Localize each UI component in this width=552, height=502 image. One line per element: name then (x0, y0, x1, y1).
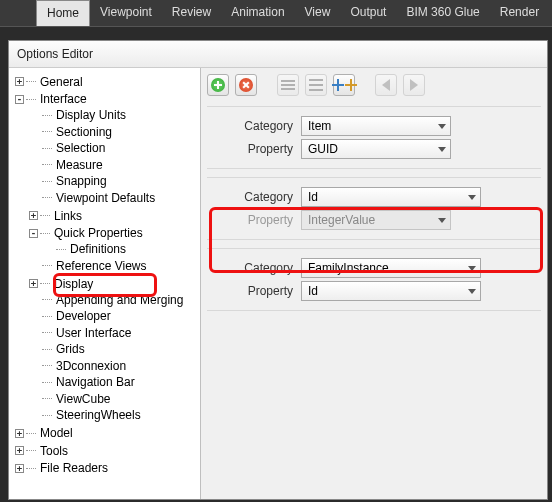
ribbon-tab-bim360[interactable]: BIM 360 Glue (396, 0, 489, 26)
property-label: Property (213, 284, 301, 298)
ribbon-tab-render[interactable]: Render (490, 0, 549, 26)
category-label: Category (213, 119, 301, 133)
tree-node-interface[interactable]: -Interface (15, 91, 87, 107)
next-button[interactable] (403, 74, 425, 96)
category-combo[interactable]: Id (301, 187, 481, 207)
property-label: Property (213, 213, 301, 227)
chevron-down-icon (438, 147, 446, 152)
ribbon-strip (0, 26, 552, 40)
options-tree[interactable]: +General -Interface Display Units Sectio… (9, 68, 201, 499)
category-combo[interactable]: FamilyInstance (301, 258, 481, 278)
tree-node-selection[interactable]: Selection (29, 140, 105, 156)
definitions-toolbar (207, 74, 541, 96)
arrow-left-icon (382, 79, 390, 91)
tree-node-file-readers[interactable]: +File Readers (15, 460, 108, 476)
move-bottom-button[interactable] (305, 74, 327, 96)
tree-node-display-units[interactable]: Display Units (29, 107, 126, 123)
ribbon-tab-animation[interactable]: Animation (221, 0, 294, 26)
category-label: Category (213, 190, 301, 204)
tree-node-general[interactable]: +General (15, 74, 83, 90)
tree-node-developer[interactable]: Developer (29, 308, 111, 324)
property-combo: IntegerValue (301, 210, 451, 230)
editor-body: +General -Interface Display Units Sectio… (9, 68, 547, 499)
tree-node-user-interface[interactable]: User Interface (29, 325, 131, 341)
tree-node-display[interactable]: +Display (29, 276, 93, 292)
prev-button[interactable] (375, 74, 397, 96)
tree-node-model[interactable]: +Model (15, 425, 73, 441)
tree-node-measure[interactable]: Measure (29, 157, 103, 173)
tree-node-links[interactable]: +Links (29, 208, 82, 224)
expand-button[interactable] (333, 74, 355, 96)
bars-icon (281, 80, 295, 90)
expand-icon (332, 79, 357, 91)
ribbon-tabs: Home Viewpoint Review Animation View Out… (0, 0, 552, 26)
delete-button[interactable] (235, 74, 257, 96)
add-button[interactable] (207, 74, 229, 96)
tree-node-grids[interactable]: Grids (29, 341, 85, 357)
tree-node-appending[interactable]: Appending and Merging (29, 292, 183, 308)
chevron-down-icon (438, 218, 446, 223)
tree-node-tools[interactable]: +Tools (15, 443, 68, 459)
tree-node-3dconnexion[interactable]: 3Dconnexion (29, 358, 126, 374)
ribbon-tab-view[interactable]: View (295, 0, 341, 26)
definition-group: Category Id Property IntegerValue (207, 177, 541, 240)
tree-node-viewcube[interactable]: ViewCube (29, 391, 110, 407)
arrow-right-icon (410, 79, 418, 91)
bars2-icon (309, 79, 323, 91)
tree-node-viewpoint-defaults[interactable]: Viewpoint Defaults (29, 190, 155, 206)
chevron-down-icon (468, 266, 476, 271)
ribbon-tab-home[interactable]: Home (36, 0, 90, 26)
ribbon-tab-review[interactable]: Review (162, 0, 221, 26)
category-combo[interactable]: Item (301, 116, 451, 136)
definition-group: Category FamilyInstance Property Id (207, 248, 541, 311)
property-combo[interactable]: Id (301, 281, 481, 301)
content-panel: Category Item Property GUID Category Id (201, 68, 547, 499)
tree-node-navigation-bar[interactable]: Navigation Bar (29, 374, 135, 390)
plus-icon (211, 78, 225, 92)
tree-node-quick-properties[interactable]: -Quick Properties (29, 225, 143, 241)
delete-icon (239, 78, 253, 92)
options-editor-window: Options Editor +General -Interface Displ… (8, 40, 548, 500)
ribbon-tab-viewpoint[interactable]: Viewpoint (90, 0, 162, 26)
move-top-button[interactable] (277, 74, 299, 96)
property-combo[interactable]: GUID (301, 139, 451, 159)
tree-node-steeringwheels[interactable]: SteeringWheels (29, 407, 141, 423)
window-title: Options Editor (9, 41, 547, 68)
ribbon-tab-output[interactable]: Output (340, 0, 396, 26)
tree-node-reference-views[interactable]: Reference Views (29, 258, 147, 274)
tree-node-sectioning[interactable]: Sectioning (29, 124, 112, 140)
tree-node-snapping[interactable]: Snapping (29, 173, 107, 189)
category-label: Category (213, 261, 301, 275)
tree-node-definitions[interactable]: Definitions (43, 241, 126, 257)
property-label: Property (213, 142, 301, 156)
chevron-down-icon (468, 289, 476, 294)
chevron-down-icon (438, 124, 446, 129)
definition-group: Category Item Property GUID (207, 106, 541, 169)
app-frame: Home Viewpoint Review Animation View Out… (0, 0, 552, 502)
chevron-down-icon (468, 195, 476, 200)
